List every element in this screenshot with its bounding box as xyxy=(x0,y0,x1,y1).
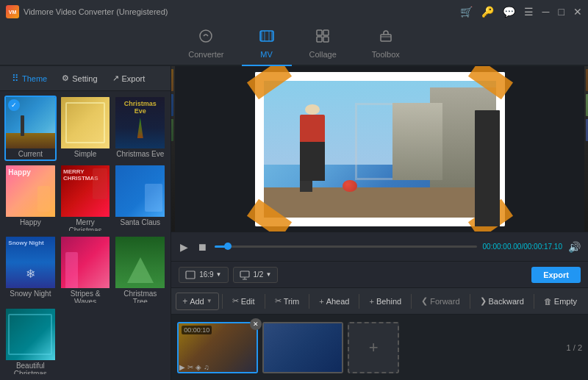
ratio-button[interactable]: 16:9 ▼ xyxy=(179,267,228,283)
ratio-dropdown-icon: ▼ xyxy=(216,271,222,278)
theme-christmas-eve-label: Christmas Eve xyxy=(115,148,165,159)
title-bar: VM Vidmore Video Converter (Unregistered… xyxy=(0,0,588,24)
left-strip xyxy=(171,66,175,232)
filmstrip-page: 1 / 2 xyxy=(567,343,582,352)
behind-button[interactable]: + Behind xyxy=(362,293,408,309)
progress-bar[interactable] xyxy=(215,245,476,248)
theme-btn[interactable]: ⠿ Theme xyxy=(4,70,54,87)
time-display: 00:00:00.00/00:00:17.10 xyxy=(483,243,562,251)
theme-item-beautiful[interactable]: Beautiful Christmas xyxy=(4,307,57,376)
close-icon[interactable]: ✕ xyxy=(573,6,582,18)
tab-converter[interactable]: Converter xyxy=(171,24,241,66)
cart-icon[interactable]: 🛒 xyxy=(460,6,473,18)
maximize-icon[interactable]: □ xyxy=(559,6,564,18)
theme-merry-label: Merry Christmas xyxy=(61,217,110,232)
svg-rect-13 xyxy=(240,271,249,277)
theme-item-snowy[interactable]: Snowy Night ❄ Snowy Night xyxy=(4,235,57,304)
export-sub-btn[interactable]: ↗ Export xyxy=(105,71,153,86)
trim-button[interactable]: ✂ Trim xyxy=(268,293,306,309)
chat-icon[interactable]: 💬 xyxy=(503,6,515,18)
backward-label: Backward xyxy=(489,297,524,306)
ground-bg xyxy=(255,187,505,226)
film-item-1: ✕ 00:00:10 ▶ ✂ ◈ ♫ xyxy=(177,322,258,373)
separator-6 xyxy=(470,294,470,309)
theme-item-merry[interactable]: MERRYCHRISTMAS Merry Christmas xyxy=(60,164,112,232)
theme-happy-label: Happy xyxy=(6,217,55,228)
ahead-icon: + xyxy=(319,297,323,306)
tab-mv-label: MV xyxy=(260,50,273,59)
mv-icon xyxy=(259,29,274,47)
theme-dots-icon: ⠿ xyxy=(12,73,19,84)
ratio-label: 16:9 xyxy=(199,270,213,279)
film-cut-icon-1[interactable]: ✂ xyxy=(187,363,193,371)
svg-rect-12 xyxy=(186,271,195,279)
stop-button[interactable]: ⏹ xyxy=(196,240,209,254)
film-play-icon-1[interactable]: ▶ xyxy=(179,363,185,371)
theme-item-simple[interactable]: Simple xyxy=(60,96,112,161)
forward-button[interactable]: ❮ Forward xyxy=(415,293,466,309)
add-label: Add xyxy=(190,297,204,306)
separator-1 xyxy=(222,294,223,309)
tab-toolbox[interactable]: Toolbox xyxy=(354,24,417,66)
film-item-2 xyxy=(262,322,343,373)
theme-santa-label: Santa Claus xyxy=(115,217,165,228)
forward-icon: ❮ xyxy=(421,296,428,306)
svg-rect-10 xyxy=(381,35,391,41)
svg-point-0 xyxy=(200,30,212,42)
theme-label: Theme xyxy=(22,74,47,83)
film-icons-1: ▶ ✂ ◈ ♫ xyxy=(179,363,209,371)
film-add-icon: + xyxy=(369,338,379,357)
preview-image xyxy=(255,72,505,226)
tab-toolbox-label: Toolbox xyxy=(372,50,400,59)
tab-converter-label: Converter xyxy=(188,50,223,59)
setting-icon: ⚙ xyxy=(62,74,69,83)
monitor-button[interactable]: 1/2 ▼ xyxy=(233,267,279,283)
theme-item-santa[interactable]: Santa Claus xyxy=(114,164,166,232)
ball xyxy=(343,180,357,193)
main-content: ⠿ Theme ⚙ Setting ↗ Export ✓ Curre xyxy=(0,66,588,380)
theme-item-happy[interactable]: Happy Happy xyxy=(4,164,57,232)
film-audio-icon-1[interactable]: ♫ xyxy=(204,363,209,371)
empty-icon: 🗑 xyxy=(544,297,552,306)
trim-label: Trim xyxy=(284,297,300,306)
filmstrip-area: ✕ 00:00:10 ▶ ✂ ◈ ♫ + xyxy=(171,314,588,380)
film-add-button[interactable]: + xyxy=(348,322,399,373)
bottom-toolbar: + Add ▼ ✂ Edit ✂ Trim + Ahead + Behi xyxy=(171,287,588,314)
tab-mv[interactable]: MV xyxy=(242,24,292,66)
export-group: Export xyxy=(531,267,581,283)
volume-icon[interactable]: 🔊 xyxy=(568,241,581,253)
export-label: Export xyxy=(122,74,146,83)
edit-button[interactable]: ✂ Edit xyxy=(226,293,262,309)
tab-collage[interactable]: Collage xyxy=(292,24,354,66)
ahead-label: Ahead xyxy=(326,297,350,306)
right-panel: ▶ ⏹ 00:00:00.00/00:00:17.10 🔊 16:9 ▼ 1/2 xyxy=(171,66,588,380)
ahead-button[interactable]: + Ahead xyxy=(312,293,356,309)
backward-button[interactable]: ❯ Backward xyxy=(473,293,531,309)
empty-button[interactable]: 🗑 Empty xyxy=(537,293,584,309)
setting-label: Setting xyxy=(72,74,97,83)
svg-rect-7 xyxy=(323,30,329,35)
behind-icon: + xyxy=(369,297,373,306)
theme-item-current[interactable]: ✓ Current xyxy=(4,96,57,161)
theme-item-christmas-eve[interactable]: Christmas Eve Christmas Eve xyxy=(114,96,166,161)
tab-collage-label: Collage xyxy=(309,50,337,59)
menu-icon[interactable]: ☰ xyxy=(524,6,534,18)
key-icon[interactable]: 🔑 xyxy=(481,6,494,18)
sub-toolbar: ⠿ Theme ⚙ Setting ↗ Export xyxy=(0,66,171,91)
film-effect-icon-1[interactable]: ◈ xyxy=(196,363,201,371)
minimize-icon[interactable]: ─ xyxy=(542,6,550,18)
theme-item-stripes[interactable]: Stripes & Waves xyxy=(60,235,112,304)
setting-btn[interactable]: ⚙ Setting xyxy=(54,71,104,86)
film-thumb-2 xyxy=(262,322,343,373)
theme-simple-label: Simple xyxy=(61,148,110,159)
export-button[interactable]: Export xyxy=(531,267,581,283)
svg-rect-6 xyxy=(317,30,322,35)
theme-xtree-label: Christmas Tree xyxy=(115,288,165,304)
edit-icon: ✂ xyxy=(232,296,239,306)
theme-item-xtree[interactable]: Christmas Tree xyxy=(114,235,166,304)
add-button[interactable]: + Add ▼ xyxy=(176,293,219,310)
film-close-1[interactable]: ✕ xyxy=(250,318,262,330)
empty-label: Empty xyxy=(554,297,577,306)
play-button[interactable]: ▶ xyxy=(179,240,190,254)
monitor-dropdown-icon: ▼ xyxy=(265,271,271,278)
